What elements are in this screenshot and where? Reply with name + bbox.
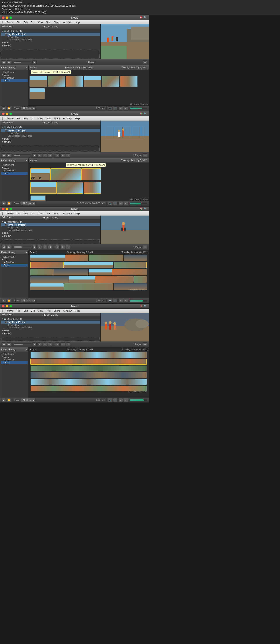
show-select-1[interactable]: All Clips <box>21 106 36 110</box>
tb-star-2[interactable]: ★ <box>38 153 42 157</box>
bt2-btn1[interactable]: ▶ <box>2 202 6 206</box>
raid0-item-1[interactable]: ▶ RAID0 <box>1 44 100 47</box>
filmstrip-3-8[interactable] <box>30 269 54 276</box>
bt3-btn2[interactable]: ⏩ <box>7 299 11 303</box>
my-first-project-item-3[interactable]: 🎬 My First Project <box>1 223 100 226</box>
menu-share-1[interactable]: Share <box>52 20 61 24</box>
bt3-music[interactable]: 🎵 <box>113 299 117 303</box>
clip-thumb-1-1[interactable] <box>30 76 47 87</box>
bt-btn1-1[interactable]: ▶ <box>2 106 6 110</box>
menu-window-4[interactable]: Window <box>62 309 73 312</box>
bt4-btn2[interactable]: ⏩ <box>7 398 11 402</box>
data-item-4[interactable]: ▶ Data <box>1 329 100 332</box>
clip-selected-2-1[interactable]: 22s ⊕ <box>30 168 50 180</box>
filmstrip-3-13[interactable] <box>69 276 95 283</box>
my-first-project-item-1[interactable]: 🎬 My First Project <box>1 33 100 36</box>
clip-thumb-1-2[interactable] <box>48 76 65 87</box>
tb3-star[interactable]: ★ <box>38 245 42 249</box>
bt-trans-btn-1[interactable]: ✦ <box>124 106 128 110</box>
filmstrip-dense-4-2[interactable] <box>30 358 147 365</box>
clip-thumb-1-4[interactable] <box>84 76 101 87</box>
filmstrip-3-2[interactable] <box>65 254 88 261</box>
event-sort-icon-2[interactable]: ⊞ <box>26 160 28 162</box>
tb4-star2[interactable]: ☆ <box>43 342 47 346</box>
menu-help-1[interactable]: Help <box>73 20 81 24</box>
menu-edit-2[interactable]: Edit <box>22 117 29 120</box>
bt4-text[interactable]: T <box>118 398 123 402</box>
menu-view-1[interactable]: View <box>37 20 45 24</box>
close-button-4[interactable] <box>2 305 5 308</box>
toolbar-btn-forward-1[interactable]: ▶ <box>7 60 11 64</box>
filmstrip-3-1[interactable] <box>30 254 65 261</box>
add-project-btn-3[interactable]: + <box>143 245 147 249</box>
tb3-star2[interactable]: ☆ <box>43 245 47 249</box>
menu-edit-1[interactable]: Edit <box>22 20 29 24</box>
clip-add-btn-2-1[interactable]: ⊕ <box>39 177 42 180</box>
tb4-edit[interactable]: ✎ <box>55 342 60 346</box>
macintosh-hd-item-1[interactable]: ▼ 💻 Macintosh HD <box>1 30 100 33</box>
menu-clip-4[interactable]: Clip <box>30 309 36 312</box>
macintosh-hd-item-4[interactable]: ▼ 💻 Macintosh HD <box>1 318 100 320</box>
raid0-item-2[interactable]: ▶ RAID0 <box>1 140 100 143</box>
tb3-edit[interactable]: ✎ <box>55 245 60 249</box>
data-item-2[interactable]: ▶ Data <box>1 137 100 140</box>
menu-file-2[interactable]: File <box>15 117 22 120</box>
menu-share-3[interactable]: Share <box>52 212 61 215</box>
bt2-text[interactable]: T <box>118 202 123 206</box>
tb-edit-2[interactable]: ✎ <box>55 153 60 157</box>
year-2011-item-2[interactable]: ▼ 2011 <box>1 166 28 169</box>
event-sort-icon-4[interactable]: ⊞ <box>26 348 28 351</box>
menu-view-4[interactable]: View <box>37 309 45 312</box>
macintosh-hd-item-2[interactable]: ▼ 💻 Macintosh HD <box>1 126 100 129</box>
bt4-btn1[interactable]: ▶ <box>2 398 6 402</box>
tb3-clip[interactable]: ⧉ <box>61 245 65 249</box>
tb-btn1-2[interactable]: ◀ <box>2 153 6 157</box>
filmstrip-3-10[interactable] <box>89 269 112 276</box>
tb-btn2-2[interactable]: ▶ <box>7 153 11 157</box>
menu-imovie-1[interactable]: iMovie <box>5 20 15 24</box>
menu-file-1[interactable]: File <box>15 20 22 24</box>
clip-selected-2-4[interactable] <box>30 182 57 194</box>
filmstrip-3-7[interactable] <box>113 262 147 268</box>
filmstrip-dense-4-3[interactable] <box>30 365 147 372</box>
scrubber-1[interactable] <box>14 62 32 63</box>
tb4-x[interactable]: ✕ <box>48 342 52 346</box>
data-item-1[interactable]: ▶ Data <box>1 41 100 44</box>
menu-edit-3[interactable]: Edit <box>22 212 29 215</box>
bt4-trans[interactable]: ✦ <box>124 398 128 402</box>
year-2011-item-1[interactable]: ▼ 2011 <box>1 74 28 76</box>
close-button-3[interactable] <box>2 208 5 210</box>
zoom-button-2[interactable] <box>9 112 12 115</box>
tb4-btn1[interactable]: ◀ <box>2 342 6 346</box>
menu-imovie-4[interactable]: iMovie <box>5 309 15 312</box>
bt3-text[interactable]: T <box>118 299 123 303</box>
beach-item-2[interactable]: Beach <box>1 172 28 175</box>
filmstrip-3-4[interactable] <box>124 254 147 261</box>
menu-text-3[interactable]: Text <box>45 212 52 215</box>
filmstrip-3-15[interactable] <box>134 276 147 283</box>
raid0-item-3[interactable]: ▶ RAID0 <box>1 235 100 238</box>
tb-btn3-2[interactable]: ◼ <box>32 153 37 157</box>
scrubber-4[interactable] <box>14 344 32 345</box>
tb3-btn1[interactable]: ◀ <box>2 245 6 249</box>
bt3-btn1[interactable]: ▶ <box>2 299 6 303</box>
tb4-btn3[interactable]: ◼ <box>32 342 37 346</box>
zoom-button-1[interactable] <box>9 16 12 19</box>
clip-thumb-1-5[interactable] <box>102 76 119 87</box>
tb4-clip[interactable]: ⧉ <box>61 342 65 346</box>
filmstrip-3-14[interactable] <box>95 276 134 283</box>
filmstrip-3-9[interactable] <box>54 269 88 276</box>
filmstrip-3-11[interactable] <box>112 269 147 276</box>
filmstrip-3-6[interactable] <box>64 262 113 268</box>
tb4-star[interactable]: ★ <box>38 342 42 346</box>
add-project-btn-2[interactable]: + <box>143 153 147 157</box>
scrubber-2[interactable] <box>14 154 32 156</box>
menu-text-4[interactable]: Text <box>45 309 52 312</box>
clip-selected-2-3[interactable] <box>81 168 101 180</box>
filmstrip-3-12[interactable] <box>30 276 69 283</box>
bt-text-btn-1[interactable]: T <box>118 106 123 110</box>
last-import-item-3[interactable]: ▶ Last Import <box>1 256 28 258</box>
clip-thumb-2-7[interactable] <box>30 196 46 201</box>
filmstrip-dense-4-5[interactable] <box>30 379 147 385</box>
minimize-button-1[interactable] <box>6 16 8 19</box>
